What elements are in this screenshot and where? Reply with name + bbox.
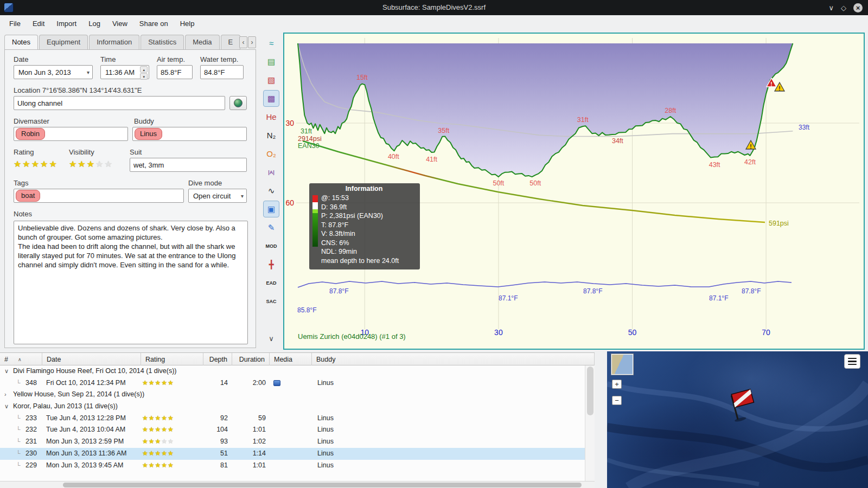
- column-header-buddy[interactable]: Buddy: [312, 353, 595, 365]
- trip-row[interactable]: ∨Divi Flamingo House Reef, Fri Oct 10, 2…: [0, 365, 585, 377]
- tab-scroll-left-icon[interactable]: ‹: [239, 36, 247, 48]
- toolbar-scroll-down-icon[interactable]: ∨: [263, 330, 279, 347]
- tab-information[interactable]: Information: [89, 35, 139, 50]
- menu-item-share-on[interactable]: Share on: [133, 17, 174, 30]
- dive-row[interactable]: └232Tue Jun 4, 2013 10:04 AM★★★★★1041:01…: [0, 424, 585, 436]
- chevron-down-icon[interactable]: ∨: [4, 365, 9, 377]
- column-header-media[interactable]: Media: [270, 353, 312, 365]
- shade-button[interactable]: ∨: [828, 4, 834, 11]
- tab-statistics[interactable]: Statistics: [141, 35, 184, 50]
- dive-row[interactable]: └229Mon Jun 3, 2013 9:45 AM★★★★★811:01Li…: [0, 460, 585, 472]
- horizontal-scrollbar-thumb[interactable]: [63, 483, 582, 487]
- dive-duration: 2:00: [232, 377, 266, 389]
- dive-row[interactable]: └233Tue Jun 4, 2013 12:28 PM★★★★★9259Lin…: [0, 413, 585, 425]
- spin-down-icon[interactable]: ▾: [140, 73, 148, 80]
- time-spinbox[interactable]: 11:36 AM ▴▾: [100, 65, 149, 79]
- media-icon[interactable]: [273, 380, 280, 386]
- dive-list-rows: ∨Divi Flamingo House Reef, Fri Oct 10, 2…: [0, 365, 585, 471]
- vertical-scrollbar[interactable]: [585, 365, 595, 481]
- map-panel[interactable]: + −: [607, 351, 868, 488]
- ruler-icon[interactable]: ✎: [263, 219, 279, 236]
- sac-toggle[interactable]: SAC: [263, 293, 279, 310]
- dive-duration: 1:14: [232, 448, 266, 460]
- chevron-down-icon[interactable]: ∨: [4, 401, 9, 413]
- tab-scroll-right-icon[interactable]: ›: [248, 36, 256, 48]
- dive-row[interactable]: └230Mon Jun 3, 2013 11:36 AM★★★★★511:14L…: [0, 448, 585, 460]
- trip-row[interactable]: ∨Koror, Palau, Jun 2013 (11 dive(s)): [0, 401, 585, 413]
- column-header-depth[interactable]: Depth: [203, 353, 232, 365]
- location-field[interactable]: [14, 96, 225, 110]
- location-map-button[interactable]: [229, 96, 247, 110]
- tissues-icon[interactable]: ▩: [263, 90, 279, 107]
- dive-mode-combobox[interactable]: Open circuit ▾: [188, 189, 247, 203]
- zoom-in-button[interactable]: +: [612, 380, 622, 389]
- air-temp-field[interactable]: [157, 65, 193, 79]
- column-header-rating[interactable]: Rating: [141, 353, 203, 365]
- dive-rating: ★★★★★: [142, 377, 174, 389]
- trip-row[interactable]: ›Yellow House, Sun Sep 21, 2014 (1 dive(…: [0, 389, 585, 401]
- tree-branch-icon: └: [16, 413, 21, 425]
- column-header-date[interactable]: Date: [42, 353, 141, 365]
- ceiling-icon[interactable]: ▧: [263, 72, 279, 88]
- warning-exclamation: !: [770, 81, 772, 87]
- zoom-out-button[interactable]: −: [612, 396, 622, 405]
- map-overview-inset[interactable]: [611, 354, 634, 375]
- buddy-field[interactable]: Linus: [132, 127, 247, 141]
- date-combobox[interactable]: Mon Jun 3, 2013 ▾: [14, 65, 93, 79]
- spin-up-icon[interactable]: ▴: [140, 66, 148, 73]
- dive-profile[interactable]: 30601030507015ft40ft41ft35ft50ft50ft31ft…: [283, 33, 865, 350]
- maximize-button[interactable]: ◇: [841, 4, 846, 11]
- info-line: NDL: 99min: [321, 247, 399, 256]
- n2-toggle[interactable]: N₂: [263, 127, 279, 144]
- o2-toggle[interactable]: O₂: [263, 145, 279, 162]
- water-temp-field[interactable]: [200, 65, 244, 79]
- close-button[interactable]: ×: [853, 3, 863, 12]
- vertical-scrollbar-thumb[interactable]: [587, 367, 593, 415]
- menu-item-help[interactable]: Help: [174, 17, 201, 30]
- tab-media[interactable]: Media: [185, 35, 219, 50]
- horizontal-scrollbar[interactable]: [0, 481, 595, 488]
- star-icon: ★: [149, 461, 155, 469]
- rating-stars[interactable]: ★★★★★: [14, 158, 61, 171]
- dive-row[interactable]: └231Mon Jun 3, 2013 2:59 PM★★★★★931:02Li…: [0, 436, 585, 448]
- divemaster-field[interactable]: Robin: [14, 127, 128, 141]
- chevron-down-icon: ▾: [241, 193, 244, 199]
- tab-notes[interactable]: Notes: [4, 35, 38, 50]
- deco-icon[interactable]: ╋: [263, 256, 279, 273]
- start-label: 31ft: [301, 127, 312, 135]
- chevron-down-icon: ▾: [87, 69, 90, 75]
- he-toggle[interactable]: He: [263, 108, 279, 125]
- dive-row[interactable]: └348Fri Oct 10, 2014 12:34 PM★★★★★142:00…: [0, 377, 585, 389]
- star-icon: ★: [155, 379, 162, 387]
- tags-field[interactable]: boat: [14, 189, 184, 203]
- chevron-right-icon[interactable]: ›: [4, 389, 7, 401]
- globe-icon: [234, 99, 242, 107]
- column-label: Media: [274, 356, 292, 363]
- divemaster-chip[interactable]: Robin: [16, 128, 45, 140]
- tab-equipment[interactable]: Equipment: [39, 35, 88, 50]
- photo-overlay-icon[interactable]: ▤: [263, 53, 279, 70]
- menu-item-import[interactable]: Import: [50, 17, 82, 30]
- suit-field[interactable]: [130, 158, 247, 172]
- temperature-label: 87.8°F: [583, 287, 602, 295]
- menu-item-file[interactable]: File: [3, 17, 27, 30]
- pictures-toggle[interactable]: ▣: [263, 201, 279, 217]
- tag-chip[interactable]: boat: [16, 190, 40, 202]
- notes-textarea[interactable]: Unbelievable dive. Dozens and dozens of …: [14, 221, 248, 344]
- column-header-duration[interactable]: Duration: [232, 353, 270, 365]
- depth-label: 50ft: [493, 179, 504, 187]
- pp-graph-toggle[interactable]: |A|: [263, 164, 279, 181]
- ead-toggle[interactable]: EAD: [263, 274, 279, 291]
- heartrate-icon[interactable]: ∿: [263, 182, 279, 199]
- column-header-num[interactable]: #∧: [0, 353, 42, 365]
- mod-toggle[interactable]: MOD: [263, 237, 279, 254]
- tab-e[interactable]: E: [221, 35, 241, 50]
- menu-item-edit[interactable]: Edit: [27, 17, 50, 30]
- buddy-chip[interactable]: Linus: [135, 128, 162, 140]
- menu-item-log[interactable]: Log: [82, 17, 106, 30]
- swimmer-icon[interactable]: ≈: [263, 35, 279, 52]
- menu-item-view[interactable]: View: [106, 17, 133, 30]
- map-menu-button[interactable]: [844, 354, 860, 369]
- visibility-stars[interactable]: ★★★★★: [69, 158, 122, 171]
- dive-computer-label: Uemis Zurich (e04d0248) (#1 of 3): [298, 332, 406, 341]
